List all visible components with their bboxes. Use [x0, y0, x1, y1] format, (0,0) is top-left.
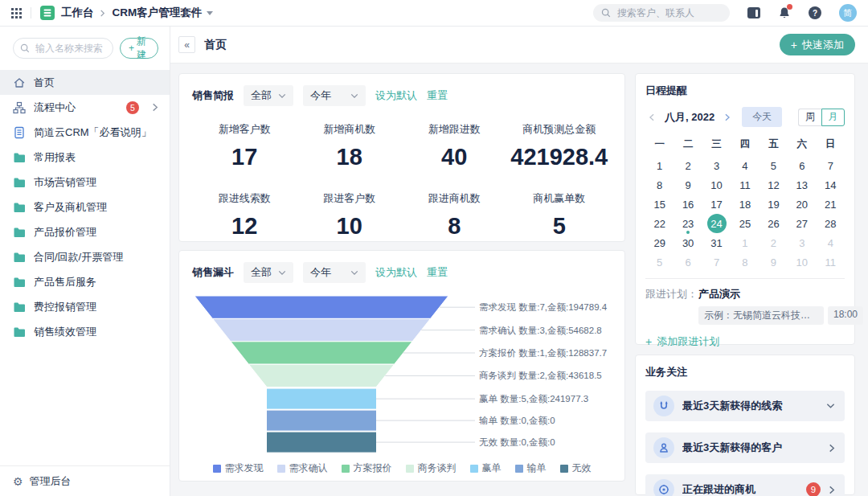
legend-item[interactable]: 方案报价 — [342, 461, 392, 475]
calendar-day[interactable]: 6 — [788, 156, 816, 175]
sidebar-search[interactable] — [13, 38, 113, 59]
calendar-day[interactable]: 29 — [645, 233, 674, 252]
calendar-day[interactable]: 7 — [702, 252, 731, 272]
calendar-day[interactable]: 6 — [674, 252, 702, 272]
sidebar-item[interactable]: 常用报表 — [0, 145, 170, 170]
calendar-day[interactable]: 2 — [674, 156, 702, 175]
legend-item[interactable]: 商务谈判 — [406, 461, 457, 475]
notifications-bell-icon[interactable] — [778, 6, 791, 19]
legend-item[interactable]: 需求发现 — [213, 461, 264, 475]
day-number: 4 — [735, 156, 755, 175]
calendar-month-label: 八月, 2022 — [665, 110, 714, 125]
focus-row[interactable]: 正在跟进的商机9 — [645, 474, 845, 496]
add-plan-link[interactable]: + 添加跟进计划 — [645, 334, 845, 349]
calendar-day[interactable]: 11 — [731, 175, 759, 195]
calendar-day[interactable]: 1 — [731, 233, 759, 252]
app-launcher-icon[interactable] — [11, 8, 22, 18]
calendar-day[interactable]: 21 — [817, 195, 845, 214]
sidebar-item[interactable]: 产品售后服务 — [0, 269, 170, 294]
month-toggle[interactable]: 月 — [821, 109, 845, 126]
sidebar-item[interactable]: 客户及商机管理 — [0, 195, 170, 219]
calendar-day[interactable]: 7 — [817, 156, 845, 175]
admin-console-label: 管理后台 — [30, 474, 72, 489]
calendar-day[interactable]: 27 — [788, 214, 816, 233]
calendar-day[interactable]: 12 — [760, 175, 788, 195]
calendar-day[interactable]: 1 — [645, 156, 674, 175]
caret-down-icon[interactable] — [206, 10, 214, 16]
sidebar-item[interactable]: 流程中心5 — [0, 95, 170, 120]
app-title-dropdown[interactable]: CRM客户管理套件 — [113, 6, 203, 20]
global-search[interactable] — [593, 4, 730, 22]
legend-item[interactable]: 输单 — [515, 461, 547, 475]
scope-select[interactable]: 全部 — [244, 262, 293, 283]
time-select[interactable]: 今年 — [303, 262, 366, 283]
calendar-day[interactable]: 5 — [645, 252, 674, 272]
calendar-day[interactable]: 25 — [731, 214, 759, 233]
calendar-day[interactable]: 5 — [760, 156, 788, 175]
calendar-day[interactable]: 10 — [702, 175, 731, 195]
global-search-input[interactable] — [616, 6, 707, 19]
calendar-day[interactable]: 4 — [817, 233, 845, 252]
calendar-day[interactable]: 23 — [674, 214, 702, 233]
sidebar-item[interactable]: 市场营销管理 — [0, 170, 170, 195]
calendar-day[interactable]: 14 — [817, 175, 845, 195]
calendar-day[interactable]: 31 — [702, 233, 731, 252]
calendar-day[interactable]: 11 — [817, 252, 845, 272]
calendar-day[interactable]: 4 — [731, 156, 759, 175]
workspace-link[interactable]: 工作台 — [61, 6, 94, 20]
calendar-day[interactable]: 3 — [702, 156, 731, 175]
today-button[interactable]: 今天 — [742, 107, 782, 127]
sidebar-item[interactable]: 产品报价管理 — [0, 219, 170, 244]
calendar-day[interactable]: 9 — [674, 175, 702, 195]
legend-item[interactable]: 赢单 — [470, 461, 502, 475]
next-month-icon[interactable] — [721, 111, 734, 124]
collapse-sidebar-icon[interactable]: « — [178, 36, 195, 53]
time-select[interactable]: 今年 — [303, 85, 366, 106]
stat-value: 17 — [192, 144, 297, 170]
help-icon[interactable]: ? — [809, 6, 821, 19]
sidebar-item[interactable]: 首页 — [0, 70, 170, 95]
set-default-link[interactable]: 设为默认 — [375, 88, 417, 103]
day-number: 21 — [821, 195, 840, 214]
sidebar-item[interactable]: 简道云CRM「必看说明」 — [0, 120, 170, 145]
reset-link[interactable]: 重置 — [427, 88, 448, 103]
sidebar-item[interactable]: 合同/回款/开票管理 — [0, 244, 170, 269]
calendar-day[interactable]: 3 — [788, 233, 816, 252]
stat-value: 12 — [192, 213, 297, 240]
calendar-day[interactable]: 13 — [788, 175, 816, 195]
legend-label: 方案报价 — [354, 461, 392, 475]
new-button[interactable]: + 新建 — [120, 38, 158, 59]
calendar-day[interactable]: 26 — [760, 214, 788, 233]
calendar-day[interactable]: 9 — [760, 252, 788, 272]
calendar-day[interactable]: 22 — [645, 214, 674, 233]
sidebar-item[interactable]: 销售绩效管理 — [0, 319, 170, 344]
calendar-day[interactable]: 8 — [731, 252, 759, 272]
quick-add-button[interactable]: + 快速添加 — [780, 34, 855, 55]
calendar-day[interactable]: 2 — [760, 233, 788, 252]
calendar-day[interactable]: 20 — [788, 195, 816, 214]
scope-select[interactable]: 全部 — [244, 85, 293, 106]
calendar-day[interactable]: 15 — [645, 195, 674, 214]
calendar-day[interactable]: 19 — [760, 195, 788, 214]
journal-icon[interactable] — [747, 7, 760, 18]
reset-link[interactable]: 重置 — [427, 265, 448, 280]
legend-item[interactable]: 无效 — [560, 461, 592, 475]
prev-month-icon[interactable] — [645, 111, 658, 124]
calendar-day[interactable]: 17 — [702, 195, 731, 214]
calendar-day[interactable]: 10 — [788, 252, 816, 272]
focus-row[interactable]: 最近3天新获得的客户 — [645, 432, 845, 463]
set-default-link[interactable]: 设为默认 — [375, 265, 417, 280]
calendar-day[interactable]: 28 — [817, 214, 845, 233]
focus-row[interactable]: 最近3天新获得的线索 — [645, 391, 845, 421]
avatar[interactable]: 简 — [839, 4, 857, 22]
calendar-day[interactable]: 8 — [645, 175, 674, 195]
admin-console-button[interactable]: ⚙ 管理后台 — [0, 465, 170, 496]
sidebar-item[interactable]: 费控报销管理 — [0, 294, 170, 319]
calendar-day[interactable]: 24 — [702, 214, 731, 233]
calendar-day[interactable]: 16 — [674, 195, 702, 214]
sidebar-search-input[interactable] — [34, 42, 106, 55]
calendar-day[interactable]: 30 — [674, 233, 702, 252]
legend-item[interactable]: 需求确认 — [277, 461, 328, 475]
calendar-day[interactable]: 18 — [731, 195, 759, 214]
week-toggle[interactable]: 周 — [798, 109, 821, 126]
